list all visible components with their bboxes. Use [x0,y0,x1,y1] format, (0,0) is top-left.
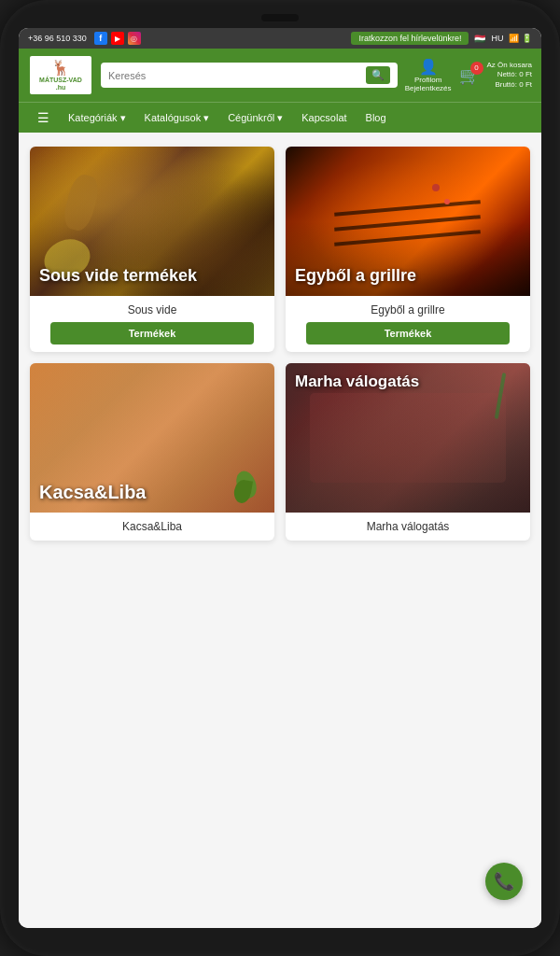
nav-item-kapcsolat[interactable]: Kapcsolat [292,105,356,131]
logo-deer-icon: 🦌 [51,59,70,77]
nav-item-cegunkrol[interactable]: Cégünkről ▾ [218,105,292,132]
cart-meta-label: Az Ön kosara [487,61,532,70]
marha-image-title: Marha válogatás [295,373,419,391]
sous-vide-products-button[interactable]: Termékek [50,322,254,344]
dropdown-icon-kategoriak: ▾ [120,112,126,124]
hamburger-icon: ☰ [37,110,49,125]
dropdown-icon-cegunkrol: ▾ [277,112,283,124]
social-icons: f ▶ ◎ [94,32,141,45]
language-flag: 🇭🇺 [474,34,485,44]
product-card-kacsa: Kacsa&Liba Kacsa&Liba [30,363,274,541]
profile-label: Profilom [414,76,441,84]
product-card-sous-vide: Sous vide termékek Sous vide Termékek [30,147,274,352]
logo-text: MÁTUSZ-VAD .hu [39,77,82,91]
instagram-icon: ◎ [128,32,141,45]
top-bar-left: +36 96 510 330 f ▶ ◎ [28,32,141,45]
product-info-grille: Egyből a grillre Termékek [286,296,530,352]
phone-fab-icon: 📞 [494,871,514,892]
grille-image-title: Egyből a grillre [295,266,416,287]
tablet-screen: +36 96 510 330 f ▶ ◎ Iratkozzon fel hírl… [19,28,541,928]
cart-badge: 0 [470,62,483,75]
youtube-icon: ▶ [111,32,124,45]
product-info-marha: Marha válogatás [286,513,530,541]
phone-number: +36 96 510 330 [28,34,87,43]
product-card-marha: Marha válogatás Marha válogatás [286,363,530,541]
navigation: ☰ Kategóriák ▾ Katalógusok ▾ Cégünkről ▾… [19,102,541,133]
nav-item-katalogusok[interactable]: Katalógusok ▾ [135,105,219,132]
nav-item-kategoriak[interactable]: Kategóriák ▾ [59,105,135,132]
tablet-frame: +36 96 510 330 f ▶ ◎ Iratkozzon fel hírl… [0,0,560,956]
kacsa-image-title: Kacsa&Liba [39,481,147,503]
camera-notch [261,14,299,21]
product-image-container-kacsa: Kacsa&Liba [30,363,274,513]
product-grid: Sous vide termékek Sous vide Termékek [30,147,530,541]
phone-fab[interactable]: 📞 [485,863,523,900]
product-info-kacsa: Kacsa&Liba [30,513,274,541]
top-bar-right: Iratkozzon fel hírlevelünkre! 🇭🇺 HU 📶 🔋 [351,32,532,45]
top-bar: +36 96 510 330 f ▶ ◎ Iratkozzon fel hírl… [19,28,541,49]
search-bar: 🔍 [101,63,398,88]
battery-indicator: 📶 🔋 [509,34,532,43]
product-image-overlay-kacsa: Kacsa&Liba [30,363,274,513]
nav-hamburger[interactable]: ☰ [28,103,59,133]
product-image-overlay-sous-vide: Sous vide termékek [30,147,274,296]
cart-area[interactable]: 🛒 0 [459,65,480,86]
product-image-container-grille: Egyből a grillre [286,147,530,296]
sous-vide-image-title: Sous vide termékek [39,266,197,287]
cart-info: Az Ön kosara Nettó: 0 Ft Bruttó: 0 Ft [487,61,532,90]
grille-name: Egyből a grillre [371,303,444,316]
search-button[interactable]: 🔍 [366,66,390,84]
facebook-icon: f [94,32,107,45]
grille-products-button[interactable]: Termékek [306,322,510,344]
product-card-grille: Egyből a grillre Egyből a grillre Termék… [286,147,530,352]
nav-item-blog[interactable]: Blog [357,105,396,131]
subscribe-button[interactable]: Iratkozzon fel hírlevelünkre! [351,32,469,45]
kacsa-name: Kacsa&Liba [122,520,182,533]
product-info-sous-vide: Sous vide Termékek [30,296,274,352]
search-input[interactable] [108,70,362,81]
login-label: Bejelentkezés [405,84,452,92]
profile-icon: 👤 [419,58,438,76]
sous-vide-name: Sous vide [128,303,177,316]
language-label: HU [491,34,503,43]
main-content: Sous vide termékek Sous vide Termékek [19,133,541,928]
logo[interactable]: 🦌 MÁTUSZ-VAD .hu [28,54,93,96]
product-image-overlay-grille: Egyből a grillre [286,147,530,296]
profile-area[interactable]: 👤 Profilom Bejelentkezés [405,58,452,92]
product-image-overlay-marha: Marha válogatás [286,363,530,513]
dropdown-icon-katalogusok: ▾ [203,112,209,124]
header-right: 👤 Profilom Bejelentkezés 🛒 0 Az Ön kosar… [405,58,532,92]
cart-brutto: Bruttó: 0 Ft [487,80,532,90]
cart-netto: Nettó: 0 Ft [487,70,532,79]
product-image-container-marha: Marha válogatás [286,363,530,513]
header: 🦌 MÁTUSZ-VAD .hu 🔍 👤 Profilom Bejelentke… [19,49,541,102]
product-image-container-sous-vide: Sous vide termékek [30,147,274,296]
marha-name: Marha válogatás [367,520,450,533]
